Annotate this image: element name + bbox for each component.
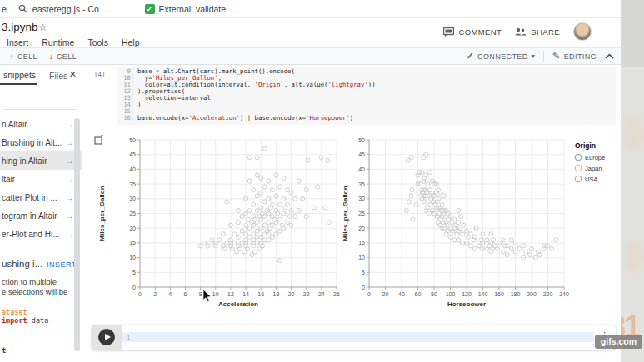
legend-symbol[interactable] [575, 165, 582, 171]
data-point [252, 202, 256, 206]
snippet-list-item[interactable]: ltair→ [0, 170, 82, 188]
previous-tab-fragment[interactable]: e [0, 4, 10, 14]
browser-tab-easteregg[interactable]: easteregg.js - Co... [10, 0, 115, 18]
data-point [442, 194, 446, 198]
svg-text:25: 25 [358, 211, 365, 216]
chart-horsepower[interactable]: 0204060801001201401601802002202400510152… [342, 130, 621, 310]
data-point [262, 146, 267, 151]
tab-files[interactable]: Files [37, 71, 69, 84]
snippets-sidebar: snippets Files ✕ n Altair→Brushing in Al… [0, 65, 82, 362]
data-point [489, 232, 493, 236]
legend-symbol[interactable] [575, 154, 582, 161]
data-point [210, 238, 214, 242]
arrow-right-icon[interactable]: → [66, 193, 74, 202]
code-editor[interactable]: 9base = alt.Chart(cars).mark_point().enc… [117, 67, 616, 125]
snippet-label: togram in Altair [2, 211, 57, 221]
data-point [237, 208, 241, 212]
data-point [411, 217, 415, 221]
arrow-right-icon[interactable]: → [66, 230, 74, 239]
data-point [457, 238, 461, 242]
connected-status-button[interactable]: ✓ CONNECTED ▾ [466, 51, 535, 62]
svg-text:16: 16 [257, 291, 264, 297]
svg-text:60: 60 [415, 291, 422, 297]
snippet-list-item[interactable]: Brushing in Alt...→ [0, 133, 82, 151]
star-icon[interactable]: ☆ [38, 22, 47, 33]
menu-runtime[interactable]: Runtime [42, 37, 74, 47]
menu-help[interactable]: Help [122, 37, 140, 47]
move-cell-down-button[interactable]: ↓ CELL [49, 52, 77, 61]
data-point [468, 244, 472, 248]
data-point [457, 208, 461, 212]
data-point [286, 221, 290, 225]
tab-title: External: validate ... [159, 4, 236, 14]
code-cell[interactable]: [4] 9base = alt.Chart(cars).mark_point()… [92, 67, 616, 125]
arrow-right-icon[interactable]: → [66, 138, 74, 147]
menu-insert[interactable]: Insert [7, 37, 28, 47]
sidebar-divider [3, 109, 77, 110]
data-point [522, 244, 526, 248]
data-point [409, 156, 413, 160]
desktop-strip-top [621, 0, 644, 67]
svg-text:220: 220 [543, 291, 553, 297]
svg-text:0: 0 [367, 291, 371, 297]
arrow-down-icon: ↓ [49, 52, 53, 61]
snippet-list-item[interactable]: er-Plot and Hi...→ [0, 225, 82, 243]
code-line[interactable]: 16base.encode(x='Acceleration') | base.e… [118, 115, 612, 121]
snippet-list-item[interactable]: togram in Altair→ [0, 206, 82, 225]
active-line-highlight[interactable] [122, 332, 594, 342]
insert-snippet-link[interactable]: INSERT [47, 260, 77, 269]
gifs-watermark: gifs.com [595, 335, 642, 349]
sidebar-scrollbar[interactable] [74, 118, 80, 351]
chart-acceleration[interactable]: 0246810121416182022242605101520253035404… [94, 130, 344, 310]
data-point [554, 238, 558, 242]
data-point [262, 223, 267, 227]
share-button[interactable]: SHARE [515, 27, 560, 37]
collapse-toolbar-button[interactable] [605, 53, 614, 59]
legend-symbol[interactable] [575, 176, 582, 182]
data-point [501, 238, 505, 242]
menu-tools[interactable]: Tools [87, 37, 108, 47]
svg-text:160: 160 [494, 291, 504, 297]
tab-snippets[interactable]: snippets [0, 70, 37, 85]
background-blob [622, 117, 644, 150]
arrow-right-icon[interactable]: → [66, 120, 74, 129]
browser-tab-external-validate[interactable]: ✓ External: validate ... [137, 0, 244, 18]
data-point [501, 250, 505, 254]
data-point [255, 229, 259, 233]
notebook-title[interactable]: 3.ipynb [2, 21, 38, 33]
svg-text:0: 0 [362, 285, 365, 290]
svg-text:40: 40 [129, 166, 136, 172]
svg-text:0: 0 [132, 285, 136, 290]
comment-button[interactable]: COMMENT [443, 27, 502, 37]
data-point [277, 229, 282, 233]
svg-text:10: 10 [212, 291, 219, 297]
svg-text:12: 12 [227, 291, 234, 297]
data-point [422, 200, 427, 204]
empty-code-cell[interactable]: 1 ⋮ [92, 325, 616, 350]
move-cell-up-button[interactable]: ↑ CELL [10, 52, 37, 61]
close-icon[interactable]: ✕ [69, 69, 77, 80]
data-point [327, 221, 331, 225]
notebook-area: [4] 9base = alt.Chart(cars).mark_point()… [82, 65, 621, 362]
code-line[interactable]: 14) [118, 102, 612, 108]
data-point [277, 202, 282, 206]
code-line[interactable]: 11 color=alt.condition(interval, 'Origin… [118, 82, 612, 88]
snippet-list-item[interactable]: n Altair→ [0, 115, 82, 133]
data-point [217, 238, 222, 242]
arrow-right-icon[interactable]: → [66, 175, 74, 184]
data-point [509, 246, 513, 250]
snippet-list-item[interactable]: catter Plot in ...→ [0, 188, 82, 206]
snippet-list-item[interactable]: hing in Altair→ [0, 151, 82, 170]
data-point [252, 232, 256, 236]
editing-mode-button[interactable]: ✎ EDITING [552, 51, 597, 62]
line-number: 1 [127, 334, 131, 341]
comment-icon [443, 27, 454, 37]
arrow-right-icon[interactable]: → [66, 156, 74, 166]
data-point [262, 185, 267, 189]
code-line[interactable]: 13 selection=interval [118, 95, 612, 102]
arrow-right-icon[interactable]: → [66, 211, 74, 221]
svg-text:20: 20 [358, 226, 365, 231]
data-point [293, 215, 297, 219]
run-cell-button[interactable] [98, 329, 115, 345]
user-avatar[interactable] [573, 22, 592, 41]
